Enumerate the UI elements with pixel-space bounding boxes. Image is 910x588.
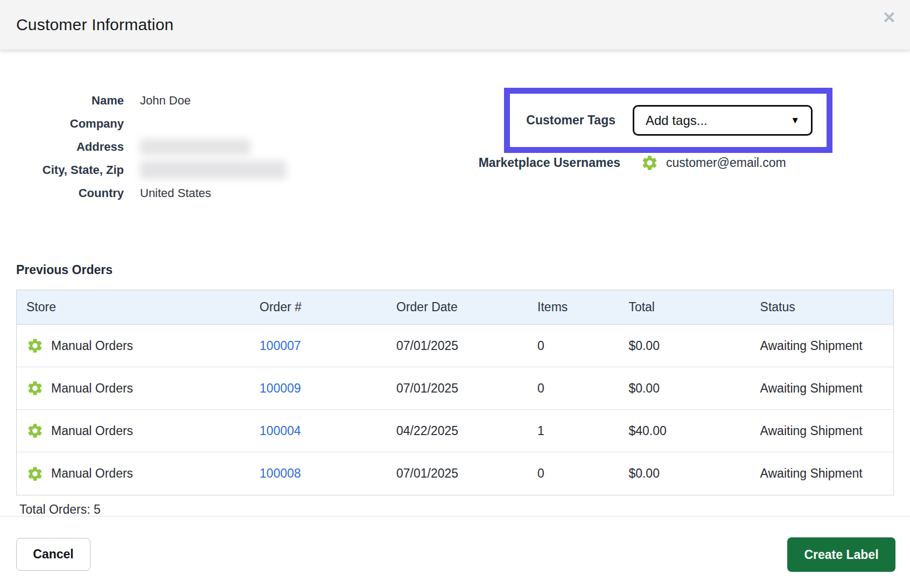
order-total: $0.00 [619,339,750,353]
order-status: Awaiting Shipment [751,381,893,396]
marketplace-usernames-label: Marketplace Usernames [0,156,620,170]
marketplace-usernames-row: Marketplace Usernames customer@email.com [0,153,786,172]
footer-divider [0,516,910,516]
add-tags-dropdown[interactable]: Add tags... ▼ [633,105,813,136]
column-header-status: Status [751,300,893,314]
customer-tags-label: Customer Tags [510,113,615,128]
order-number-link[interactable]: 100004 [260,424,301,438]
create-label-button[interactable]: Create Label [787,537,895,572]
previous-orders-section: Previous Orders Store Order # Order Date… [16,263,894,517]
orders-table: Store Order # Order Date Items Total Sta… [16,290,894,495]
order-items: 0 [528,339,619,353]
previous-orders-heading: Previous Orders [16,263,894,277]
close-icon[interactable]: ✕ [883,10,896,26]
modal-header: Customer Information ✕ [0,0,910,50]
order-date: 07/01/2025 [387,466,528,481]
gear-icon [26,380,44,397]
order-number-link[interactable]: 100007 [260,339,301,353]
order-items: 0 [528,466,619,481]
address-label: Address [0,140,124,154]
info-row-company: Company [0,112,286,135]
page-title: Customer Information [16,16,173,34]
order-items: 0 [528,381,619,396]
table-row: Manual Orders 100004 04/22/2025 1 $40.00… [17,410,893,452]
order-status: Awaiting Shipment [751,424,893,438]
total-orders-count: Total Orders: 5 [16,502,894,517]
column-header-date: Order Date [387,300,528,314]
order-date: 04/22/2025 [387,424,528,438]
redacted-address-value [140,139,250,155]
company-label: Company [0,117,124,131]
store-name: Manual Orders [51,424,133,438]
gear-icon [26,337,44,354]
column-header-store: Store [17,300,250,314]
name-value: John Doe [140,94,191,108]
name-label: Name [0,94,124,108]
info-row-name: Name John Doe [0,89,286,112]
chevron-down-icon: ▼ [790,115,800,126]
order-total: $0.00 [619,381,750,396]
table-row: Manual Orders 100008 07/01/2025 0 $0.00 … [17,452,893,495]
country-label: Country [0,186,124,200]
order-number-link[interactable]: 100009 [260,381,301,395]
order-number-link[interactable]: 100008 [260,466,301,480]
marketplace-username-value: customer@email.com [666,156,786,170]
column-header-items: Items [528,300,619,314]
column-header-total: Total [619,300,750,314]
add-tags-placeholder: Add tags... [646,113,708,128]
order-items: 1 [528,424,619,438]
order-status: Awaiting Shipment [751,339,893,353]
store-name: Manual Orders [51,339,133,353]
table-row: Manual Orders 100007 07/01/2025 0 $0.00 … [17,325,893,367]
order-date: 07/01/2025 [387,381,528,396]
gear-icon [26,422,44,439]
cancel-button[interactable]: Cancel [16,538,90,571]
info-row-country: Country United States [0,181,286,205]
customer-tags-highlight-box: Customer Tags Add tags... ▼ [504,88,832,153]
order-total: $40.00 [619,424,750,438]
customer-info-section: Name John Doe Company Address City, Stat… [0,89,286,205]
orders-table-header: Store Order # Order Date Items Total Sta… [17,290,893,325]
store-name: Manual Orders [51,466,133,481]
table-row: Manual Orders 100009 07/01/2025 0 $0.00 … [17,367,893,410]
order-date: 07/01/2025 [387,339,528,353]
order-total: $0.00 [619,466,750,481]
gear-icon [26,465,44,482]
store-name: Manual Orders [51,381,133,396]
country-value: United States [140,186,211,200]
order-status: Awaiting Shipment [751,466,893,481]
column-header-order: Order # [250,300,387,314]
gear-icon [641,154,659,172]
